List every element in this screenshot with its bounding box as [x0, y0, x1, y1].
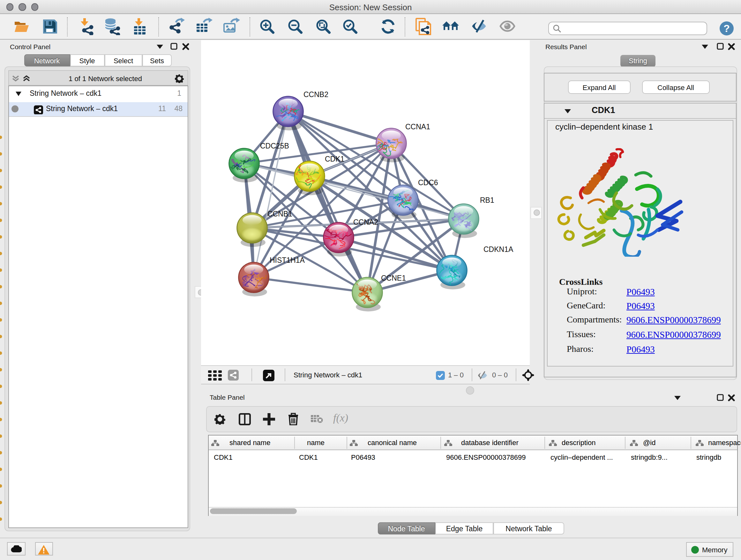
svg-text:CDC6: CDC6	[418, 179, 438, 187]
svg-text:?: ?	[723, 23, 730, 34]
svg-text:CCNA2: CCNA2	[353, 218, 378, 226]
svg-text:CDK1: CDK1	[325, 155, 344, 163]
svg-text:CCNB2: CCNB2	[304, 90, 328, 99]
svg-text:CDKN1A: CDKN1A	[483, 245, 514, 253]
svg-text:CCNE1: CCNE1	[381, 274, 406, 282]
svg-text:RB1: RB1	[480, 196, 494, 204]
svg-text:HIST1H1A: HIST1H1A	[270, 256, 305, 264]
svg-text:CCNA1: CCNA1	[405, 123, 430, 131]
svg-text:CDC25B: CDC25B	[260, 142, 289, 150]
svg-text:CCNB1: CCNB1	[267, 210, 292, 218]
